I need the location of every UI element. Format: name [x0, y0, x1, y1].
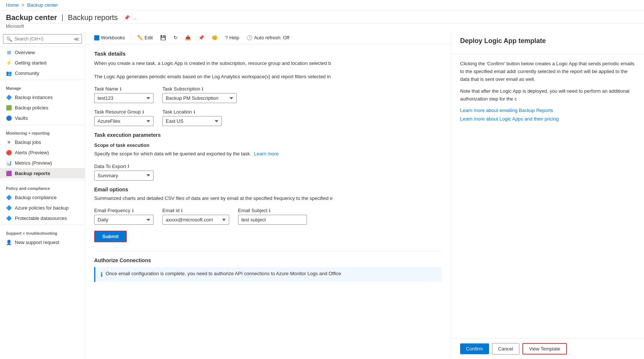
content-main: Workbooks ✏️ Edit 💾 ↻ 📤	[85, 31, 451, 359]
sidebar-item-azure-policies[interactable]: 🔷 Azure policies for backup	[0, 202, 85, 213]
breadcrumb-home[interactable]: Home	[6, 2, 19, 8]
submit-button[interactable]: Submit	[94, 231, 127, 242]
right-panel-footer: Confirm Cancel View Template	[451, 338, 644, 359]
task-name-select[interactable]: test123	[94, 93, 153, 103]
sidebar-item-overview[interactable]: ⊞ Overview	[0, 47, 85, 57]
help-button[interactable]: ? Help	[222, 33, 242, 42]
task-subscription-select[interactable]: Backup PM Subscription	[162, 93, 237, 103]
task-name-info-icon[interactable]: ℹ	[120, 86, 122, 92]
sidebar-item-backup-reports[interactable]: 🟪 Backup reports	[0, 168, 85, 178]
email-frequency-info-icon[interactable]: ℹ	[132, 208, 134, 213]
data-export-row: Data To Export ℹ Summary	[94, 164, 442, 181]
sidebar-item-alerts[interactable]: 🔴 Alerts (Preview)	[0, 147, 85, 158]
email-frequency-select[interactable]: Daily	[94, 215, 153, 225]
task-details-desc1: When you create a new task, a Logic App …	[94, 60, 442, 67]
sidebar-item-backup-policies[interactable]: 🟩 Backup policies	[0, 102, 85, 113]
sidebar-item-label: Backup reports	[15, 171, 50, 176]
page-org: Microsoft	[0, 24, 644, 31]
sidebar-item-new-support[interactable]: 👤 New support request	[0, 237, 85, 247]
feedback-button[interactable]: 😊	[209, 33, 221, 42]
sidebar-search-container: 🔍 ≪	[0, 31, 85, 47]
feedback-icon: 😊	[212, 35, 218, 40]
email-subject-label: Email Subject ℹ	[238, 208, 307, 213]
alerts-icon: 🔴	[6, 149, 12, 155]
monitoring-section-label: Monitoring + reporting	[0, 126, 85, 137]
sidebar-item-label: Protectable datasources	[15, 215, 67, 221]
page-title: Backup center	[6, 13, 57, 22]
workbooks-icon	[94, 35, 99, 40]
pin-button[interactable]: 📌	[195, 33, 207, 42]
share-button[interactable]: 📤	[182, 33, 194, 42]
auto-refresh-button[interactable]: 🕐 Auto refresh: Off	[244, 33, 292, 42]
sidebar-item-label: New support request	[15, 240, 59, 245]
email-subject-info-icon[interactable]: ℹ	[269, 208, 271, 213]
sidebar-item-protectable-datasources[interactable]: 🔷 Protectable datasources	[0, 213, 85, 223]
email-id-info-icon[interactable]: ℹ	[181, 208, 183, 213]
workbooks-button[interactable]: Workbooks	[91, 33, 128, 42]
view-template-button[interactable]: View Template	[522, 343, 567, 355]
scope-learn-more[interactable]: Learn more	[254, 151, 278, 157]
scope-desc: Specify the scope for which data will be…	[94, 150, 442, 158]
vaults-icon: 🔵	[6, 115, 12, 121]
confirm-button[interactable]: Confirm	[460, 343, 489, 354]
task-location-label: Task Location ℹ	[162, 109, 222, 115]
cancel-button[interactable]: Cancel	[492, 343, 519, 355]
task-location-select[interactable]: East US	[162, 116, 222, 126]
edit-button[interactable]: ✏️ Edit	[134, 33, 156, 42]
header-icons: 📌 ...	[124, 15, 137, 20]
task-resource-group-info-icon[interactable]: ℹ	[142, 109, 144, 115]
breadcrumb-current[interactable]: Backup center	[27, 2, 58, 8]
task-subscription-label: Task Subscription ℹ	[162, 86, 237, 92]
sidebar-item-backup-compliance[interactable]: 🔷 Backup compliance	[0, 192, 85, 202]
backup-instances-icon: 🔷	[6, 94, 12, 100]
right-panel-body: Clicking the 'Confirm' button below crea…	[451, 54, 644, 338]
backup-reports-icon: 🟪	[6, 170, 12, 176]
sidebar-item-label: Backup jobs	[15, 139, 41, 145]
sidebar-item-label: Azure policies for backup	[15, 205, 69, 211]
data-to-export-select[interactable]: Summary	[94, 171, 153, 181]
refresh-button[interactable]: ↻	[171, 33, 181, 42]
email-options-desc: Summarized charts and detailed CSV files…	[94, 195, 442, 202]
exec-params-title: Task execution parameters	[94, 132, 442, 138]
right-panel-desc2: Note that after the Logic App is deploye…	[460, 88, 635, 103]
sidebar: 🔍 ≪ ⊞ Overview ⚡ Getting started 👥 Commu…	[0, 31, 85, 359]
help-icon: ?	[225, 35, 228, 40]
support-section-label: Support + troubleshooting	[0, 227, 85, 237]
search-input[interactable]	[14, 36, 70, 42]
save-button[interactable]: 💾	[157, 33, 169, 42]
right-panel-title: Deploy Logic App template	[460, 37, 635, 45]
task-details-title: Task details	[94, 50, 442, 57]
pin-icon[interactable]: 📌	[124, 15, 130, 20]
sidebar-item-label: Alerts (Preview)	[15, 150, 49, 155]
sidebar-item-vaults[interactable]: 🔵 Vaults	[0, 113, 85, 123]
backup-policies-icon: 🟩	[6, 105, 12, 111]
email-subject-input[interactable]	[238, 215, 307, 225]
authorize-info: ℹ Once email configuration is complete, …	[94, 267, 442, 282]
sidebar-item-getting-started[interactable]: ⚡ Getting started	[0, 57, 85, 68]
sidebar-item-backup-instances[interactable]: 🔷 Backup instances	[0, 92, 85, 102]
email-fields-row: Email Frequency ℹ Daily Email id ℹ	[94, 208, 442, 225]
sidebar-item-backup-jobs[interactable]: ≡ Backup jobs	[0, 137, 85, 147]
community-icon: 👥	[6, 70, 12, 76]
collapse-icon[interactable]: ≪	[72, 36, 81, 42]
task-location-info-icon[interactable]: ℹ	[194, 109, 195, 115]
page-subtitle-text: Backup reports	[68, 13, 118, 22]
task-resource-group-select[interactable]: AzureFiles	[94, 116, 153, 126]
edit-icon: ✏️	[137, 35, 143, 40]
sidebar-item-metrics[interactable]: 📊 Metrics (Preview)	[0, 158, 85, 168]
learn-more-backup-link[interactable]: Learn more about emailing Backup Reports	[460, 108, 635, 113]
authorize-title: Authorize Connections	[94, 257, 442, 263]
task-location-group: Task Location ℹ East US	[162, 109, 222, 126]
share-icon: 📤	[185, 35, 191, 40]
azure-policies-icon: 🔷	[6, 205, 12, 211]
task-subscription-info-icon[interactable]: ℹ	[202, 86, 204, 92]
email-frequency-label: Email Frequency ℹ	[94, 208, 153, 213]
support-icon: 👤	[6, 239, 12, 245]
email-id-select[interactable]: axxxx@microsoft.com	[162, 215, 229, 225]
data-to-export-info-icon[interactable]: ℹ	[128, 164, 129, 169]
authorize-desc: Once email configuration is complete, yo…	[106, 271, 341, 276]
sidebar-item-label: Overview	[15, 50, 35, 55]
sidebar-item-community[interactable]: 👥 Community	[0, 68, 85, 78]
more-icon[interactable]: ...	[133, 15, 137, 20]
learn-more-logic-apps-link[interactable]: Learn more about Logic Apps and their pr…	[460, 116, 635, 122]
